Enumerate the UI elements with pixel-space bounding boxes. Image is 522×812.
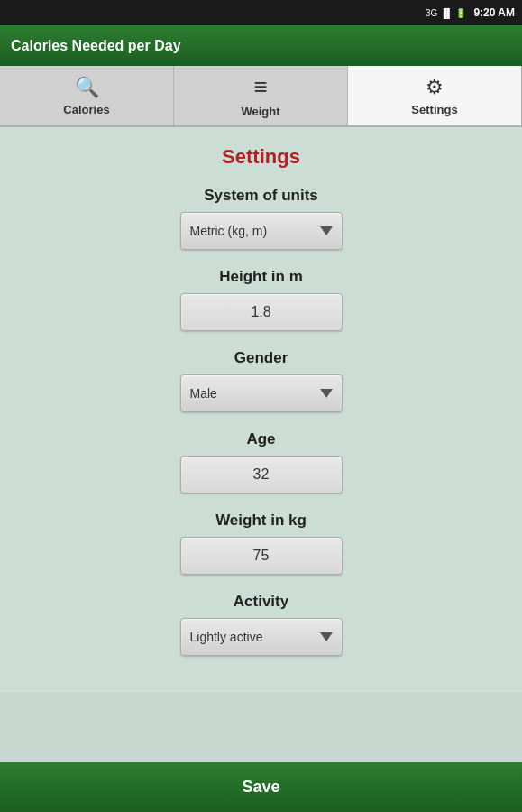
tab-weight[interactable]: ≡ Weight (174, 66, 348, 125)
gender-label: Gender (234, 349, 288, 367)
tab-calories[interactable]: 🔍 Calories (0, 66, 174, 125)
weight-tab-label: Weight (241, 105, 279, 118)
system-of-units-value: Metric (kg, m) (190, 224, 268, 238)
status-time: 9:20 AM (473, 6, 515, 19)
activity-value: Lightly active (190, 630, 263, 644)
status-icons: 3G ▐▌ 🔋 (426, 8, 467, 18)
weight-icon: ≡ (253, 73, 267, 101)
height-label: Height in m (219, 268, 303, 286)
status-bar: 3G ▐▌ 🔋 9:20 AM (0, 0, 522, 25)
settings-icon: ⚙ (426, 76, 444, 99)
weight-input[interactable]: 75 (180, 537, 343, 575)
network-icon: 3G (426, 8, 437, 18)
battery-icon: 🔋 (455, 8, 466, 18)
age-value: 32 (253, 466, 270, 483)
age-label: Age (246, 430, 275, 448)
calories-icon: 🔍 (75, 76, 99, 99)
settings-tab-label: Settings (411, 103, 457, 116)
weight-label: Weight in kg (215, 512, 307, 530)
save-button-label: Save (242, 778, 279, 797)
calories-tab-label: Calories (63, 103, 109, 116)
page-title: Settings (222, 145, 300, 169)
weight-group: Weight in kg 75 (45, 512, 477, 575)
gender-group: Gender Male (45, 349, 477, 412)
chevron-down-icon (320, 389, 333, 398)
chevron-down-icon (320, 226, 333, 235)
tab-settings[interactable]: ⚙ Settings (348, 66, 522, 125)
activity-group: Activity Lightly active (45, 593, 477, 656)
weight-value: 75 (253, 548, 270, 564)
settings-content: Settings System of units Metric (kg, m) … (0, 127, 522, 692)
height-input[interactable]: 1.8 (180, 293, 343, 331)
age-group: Age 32 (45, 430, 477, 494)
height-group: Height in m 1.8 (45, 268, 477, 331)
gender-value: Male (190, 386, 217, 401)
system-of-units-dropdown[interactable]: Metric (kg, m) (180, 212, 343, 250)
activity-dropdown[interactable]: Lightly active (180, 618, 343, 656)
tab-bar: 🔍 Calories ≡ Weight ⚙ Settings (0, 66, 522, 127)
app-title: Calories Needed per Day (11, 38, 181, 54)
save-button[interactable]: Save (0, 762, 522, 812)
system-of-units-label: System of units (204, 187, 318, 205)
activity-label: Activity (234, 593, 288, 611)
height-value: 1.8 (251, 304, 270, 320)
chevron-down-icon (320, 632, 333, 641)
system-of-units-group: System of units Metric (kg, m) (45, 187, 477, 250)
title-bar: Calories Needed per Day (0, 25, 522, 66)
age-input[interactable]: 32 (180, 456, 343, 494)
signal-bars-icon: ▐▌ (440, 8, 453, 18)
gender-dropdown[interactable]: Male (180, 374, 343, 412)
